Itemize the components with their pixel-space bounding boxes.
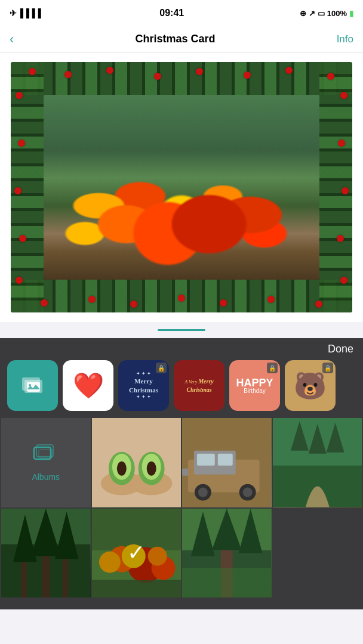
sticker-happy-birthday[interactable]: HAPPY Birthday 🔒 <box>229 360 280 411</box>
bear-icon: 🐻 <box>294 370 327 401</box>
selected-overlay: ✓ <box>92 509 182 598</box>
avocado-svg <box>92 418 182 507</box>
path-svg <box>273 418 362 507</box>
card-background <box>11 62 352 312</box>
berry <box>178 295 185 302</box>
berry <box>106 67 113 74</box>
berry <box>16 277 23 284</box>
location-icon: ⊕ <box>300 9 306 18</box>
berry <box>327 73 334 80</box>
svg-point-3 <box>29 384 31 386</box>
christmas-text: A Very Merry Christmas <box>174 377 224 394</box>
main-image-area <box>0 52 363 322</box>
svg-rect-54 <box>182 568 272 597</box>
berry <box>220 299 227 306</box>
avocado-image <box>92 418 182 507</box>
path-image <box>273 418 362 507</box>
berry <box>285 67 293 74</box>
berry <box>41 299 48 306</box>
sticker-very-merry[interactable]: A Very Merry Christmas <box>174 360 224 411</box>
albums-button[interactable]: Albums <box>1 418 91 507</box>
svg-point-24 <box>243 488 253 497</box>
checkmark-icon: ✓ <box>127 540 145 565</box>
merry-text: ✦ ✦ ✦ Merry Christmas ✦ ✦ ✦ <box>129 371 158 400</box>
berry <box>130 301 137 308</box>
sticker-merry-christmas[interactable]: ✦ ✦ ✦ Merry Christmas ✦ ✦ ✦ 🔒 <box>118 360 169 411</box>
berry <box>267 296 275 303</box>
photo-forest2[interactable] <box>182 509 272 598</box>
lock-icon-bear: 🔒 <box>322 363 333 373</box>
berry <box>342 187 349 194</box>
border-top <box>11 62 352 95</box>
berry <box>18 140 25 147</box>
truck-image <box>182 418 272 507</box>
forest2-svg <box>182 509 272 598</box>
berry <box>196 68 203 75</box>
lock-icon-happy: 🔒 <box>267 363 278 373</box>
airplane-icon: ✈ <box>10 8 17 18</box>
berry <box>19 235 26 242</box>
status-left: ✈ ▌▌▌▌ <box>10 8 44 18</box>
svg-rect-36 <box>42 556 50 597</box>
photo-grid: Albums <box>0 418 363 597</box>
done-row: Done <box>0 338 363 358</box>
svg-point-12 <box>116 462 126 476</box>
berry <box>14 187 21 194</box>
battery-label: 100% <box>327 9 347 18</box>
berry <box>154 73 161 80</box>
photos-icon <box>21 375 45 397</box>
done-button[interactable]: Done <box>328 343 353 355</box>
sticker-heart[interactable]: ❤️ <box>63 360 113 411</box>
forest1-svg <box>1 509 91 598</box>
bottom-panel: Done ❤️ ✦ ✦ ✦ Merry Chr <box>0 338 363 609</box>
status-right: ⊕ ↗ ▭ 100% ▮ <box>300 9 353 18</box>
svg-rect-19 <box>197 454 215 466</box>
berry <box>340 277 347 284</box>
berry <box>315 301 322 308</box>
truck-svg <box>182 418 272 507</box>
photo-truck[interactable] <box>182 418 272 507</box>
heart-icon: ❤️ <box>73 371 104 400</box>
arrow-icon: ↗ <box>309 9 315 18</box>
signal-icon: ▌▌▌▌ <box>20 8 44 18</box>
berry <box>337 235 344 242</box>
berry <box>244 72 251 79</box>
sticker-row[interactable]: ❤️ ✦ ✦ ✦ Merry Christmas ✦ ✦ ✦ 🔒 A Very … <box>0 358 363 418</box>
albums-label: Albums <box>32 472 60 482</box>
berry <box>338 140 345 147</box>
svg-rect-20 <box>218 454 233 466</box>
info-button[interactable]: Info <box>337 33 353 45</box>
svg-rect-37 <box>21 562 27 597</box>
status-bar: ✈ ▌▌▌▌ 09:41 ⊕ ↗ ▭ 100% ▮ <box>0 0 363 26</box>
christmas-border <box>11 62 352 312</box>
svg-rect-7 <box>92 418 182 507</box>
divider-line <box>158 329 205 331</box>
sticker-bear[interactable]: 🐻 🔒 <box>285 360 336 411</box>
photo-path[interactable] <box>273 418 362 507</box>
happy-text: HAPPY Birthday <box>236 377 273 394</box>
photo-avocado[interactable] <box>92 418 182 507</box>
berry <box>16 92 23 99</box>
back-button[interactable]: ‹ <box>10 32 14 47</box>
forest2-image <box>182 509 272 598</box>
nav-bar: ‹ Christmas Card Info <box>0 26 363 52</box>
svg-rect-2 <box>27 382 40 392</box>
divider-section <box>0 322 363 338</box>
cast-icon: ▭ <box>318 9 325 18</box>
battery-icon: ▮ <box>349 9 353 18</box>
albums-icon <box>33 444 59 467</box>
forest1-image <box>1 509 91 598</box>
card-preview <box>11 62 352 312</box>
photo-garden[interactable]: ✓ <box>92 509 182 598</box>
photo-forest1[interactable] <box>1 509 91 598</box>
berry <box>29 68 36 75</box>
page-title: Christmas Card <box>135 33 215 45</box>
berry <box>64 71 72 78</box>
status-time: 09:41 <box>159 8 184 18</box>
berry <box>88 296 96 303</box>
sticker-photos[interactable] <box>7 360 58 411</box>
lock-icon: 🔒 <box>156 363 167 373</box>
svg-rect-38 <box>63 559 69 597</box>
svg-point-22 <box>198 488 208 497</box>
svg-rect-25 <box>182 469 188 476</box>
